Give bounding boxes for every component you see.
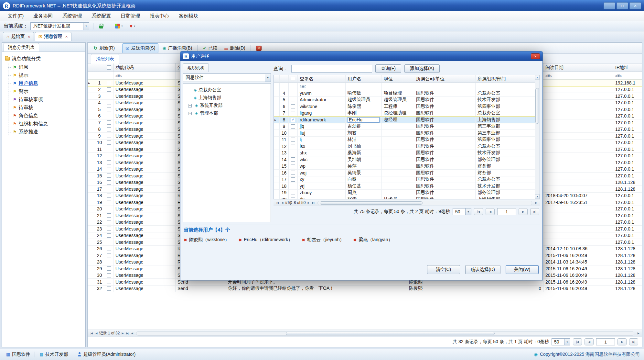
filter-cell-readdate[interactable]: a▣c: [543, 72, 613, 79]
dialog-close-button[interactable]: ✕: [531, 53, 540, 59]
row-checkbox[interactable]: [107, 160, 111, 164]
menu-item[interactable]: 日常管理: [116, 11, 145, 21]
user-row[interactable]: 15 wp 吴萍 国思软件 财务部: [274, 163, 535, 170]
tab-close-icon[interactable]: ✕: [27, 35, 30, 39]
menu-item[interactable]: 报表中心: [145, 11, 174, 21]
user-row[interactable]: 20 dx 张雪 技术员 国思软件 上海销售部: [274, 196, 535, 199]
user-row[interactable]: 10 liuj 刘君 国思软件 第三事业部: [274, 130, 535, 137]
dropdown-icon[interactable]: ▼: [465, 208, 471, 215]
row-checkbox[interactable]: [291, 164, 295, 168]
row-checkbox[interactable]: [291, 131, 295, 135]
message-row[interactable]: 32 UserMessage Send 你好，你的请假申请我已经给你批了，你看一…: [88, 286, 642, 292]
page-number-input[interactable]: 1: [596, 338, 615, 345]
user-row[interactable]: 9 jjq 吉劲群 国思软件 第三事业部: [274, 123, 535, 130]
doc-tab[interactable]: ✉ 消息管理 ✕: [35, 32, 71, 41]
tab-close-icon[interactable]: ✕: [65, 35, 68, 39]
first-record-button[interactable]: |◀: [90, 332, 93, 335]
row-checkbox[interactable]: [291, 191, 295, 195]
row-checkbox[interactable]: [107, 87, 111, 92]
row-checkbox[interactable]: [291, 138, 295, 142]
scroll-right-icon[interactable]: ▶: [637, 332, 640, 335]
row-checkbox[interactable]: [107, 101, 111, 105]
horizontal-scrollbar[interactable]: [317, 201, 532, 205]
user-row[interactable]: 19 zhouy 周燕 国思软件 部务管理部: [274, 190, 535, 197]
row-checkbox[interactable]: [291, 151, 295, 155]
page-size-select[interactable]: 50 ▼: [453, 208, 471, 215]
row-checkbox[interactable]: [107, 266, 111, 271]
user-row[interactable]: 16 wqj 吴绮景 国思软件 财务部: [274, 170, 535, 176]
row-checkbox[interactable]: [291, 104, 295, 108]
row-checkbox[interactable]: [107, 127, 111, 131]
last-record-button[interactable]: ▶|: [125, 332, 129, 335]
filter-cell-code[interactable]: a▣c: [113, 72, 176, 79]
menu-item[interactable]: 业务协同: [28, 11, 58, 21]
select-all-checkbox[interactable]: [105, 63, 113, 72]
row-checkbox[interactable]: [107, 280, 111, 284]
scrollbar-thumb[interactable]: [535, 88, 539, 124]
lock-screen-button[interactable]: [97, 23, 105, 29]
minimize-button[interactable]: ─: [604, 2, 615, 9]
checkbox[interactable]: [107, 65, 111, 70]
dropdown-icon[interactable]: ▼: [265, 74, 271, 82]
user-row[interactable]: 6 wikstone 陈俊熙 工程师 国思软件 第四事业部: [274, 103, 535, 110]
user-row[interactable]: ▸ 8 rdiframework EricHu 总经理 国思软件 上海销售部: [274, 117, 535, 123]
dialog-title-bar[interactable]: R 用户选择 ✕: [180, 51, 542, 61]
query-button[interactable]: 查询(F): [375, 64, 401, 73]
skin-button[interactable]: ▼: [113, 23, 125, 29]
tree-item[interactable]: ⚑ 消息: [5, 63, 83, 71]
page-size-select[interactable]: 50 ▼: [552, 338, 570, 345]
column-header-login[interactable]: 登录名: [298, 75, 346, 83]
column-header-dept[interactable]: 所属组织/部门: [476, 75, 535, 83]
row-checkbox[interactable]: [291, 171, 295, 175]
column-header-ip[interactable]: IP地址: [613, 63, 642, 72]
row-checkbox[interactable]: [291, 157, 295, 162]
next-page-button[interactable]: ▶: [519, 208, 528, 215]
row-checkbox[interactable]: [107, 94, 111, 98]
system-select[interactable]: .NET敏捷开发框架 ▼: [30, 22, 89, 30]
remove-user-icon[interactable]: ✖: [302, 238, 305, 242]
remove-user-icon[interactable]: ✖: [184, 238, 187, 242]
row-checkbox[interactable]: [291, 177, 295, 182]
row-checkbox[interactable]: [291, 91, 295, 95]
row-checkbox[interactable]: [107, 227, 111, 231]
row-checkbox[interactable]: [291, 184, 295, 188]
user-row[interactable]: 18 yrj 杨任基 国思软件 技术开发部: [274, 183, 535, 190]
close-dialog-button[interactable]: 关闭(W): [506, 265, 539, 274]
user-row[interactable]: 7 ligang 李刚 总经理助理 国思软件 总裁办公室: [274, 110, 535, 117]
filter-cell-ip[interactable]: a▣c: [613, 72, 642, 79]
row-checkbox[interactable]: [107, 134, 111, 138]
dropdown-icon[interactable]: ▼: [564, 339, 570, 345]
row-checkbox[interactable]: [107, 247, 111, 251]
row-checkbox[interactable]: [107, 167, 111, 171]
column-header-username[interactable]: 用户名: [346, 75, 382, 83]
row-checkbox[interactable]: [107, 253, 111, 257]
clear-button[interactable]: 清空(C): [427, 265, 460, 274]
tree-item[interactable]: ⚑ 角色信息: [5, 112, 83, 120]
select-all-checkbox[interactable]: [289, 75, 298, 83]
scrollbar-thumb[interactable]: [286, 332, 495, 335]
tree-item[interactable]: ⚑ 提示: [5, 71, 83, 79]
row-checkbox[interactable]: [291, 98, 295, 102]
expand-icon[interactable]: +: [188, 104, 192, 107]
first-page-button[interactable]: |◀: [474, 208, 483, 215]
column-header-company[interactable]: 所属公司/单位: [414, 75, 476, 83]
row-checkbox[interactable]: [107, 220, 111, 224]
page-number-input[interactable]: 1: [497, 208, 516, 215]
tree-root-node[interactable]: 消息功能分类: [5, 55, 83, 63]
tree-item[interactable]: ⚑ 待审核: [5, 104, 83, 112]
row-checkbox[interactable]: [107, 154, 111, 158]
remove-user-icon[interactable]: ✖: [353, 238, 357, 242]
scrollbar-thumb[interactable]: [320, 201, 423, 205]
scroll-up-button[interactable]: ▲: [535, 75, 540, 80]
vertical-scrollbar[interactable]: ▲ ▼: [535, 75, 540, 199]
org-tree-item[interactable]: ◈ 总裁办公室: [185, 86, 269, 94]
next-page-button[interactable]: ▶: [617, 338, 627, 345]
row-checkbox[interactable]: [107, 107, 111, 111]
row-checkbox[interactable]: [107, 233, 111, 238]
scroll-right-icon[interactable]: ▶: [534, 201, 538, 204]
remove-user-icon[interactable]: ✖: [238, 238, 242, 242]
row-checkbox[interactable]: [107, 200, 111, 204]
prev-record-button[interactable]: ◀: [94, 332, 98, 335]
add-selection-button[interactable]: 添加选择(A): [404, 64, 440, 73]
doc-tab[interactable]: ⌂ 起始页 ✕: [3, 32, 34, 41]
